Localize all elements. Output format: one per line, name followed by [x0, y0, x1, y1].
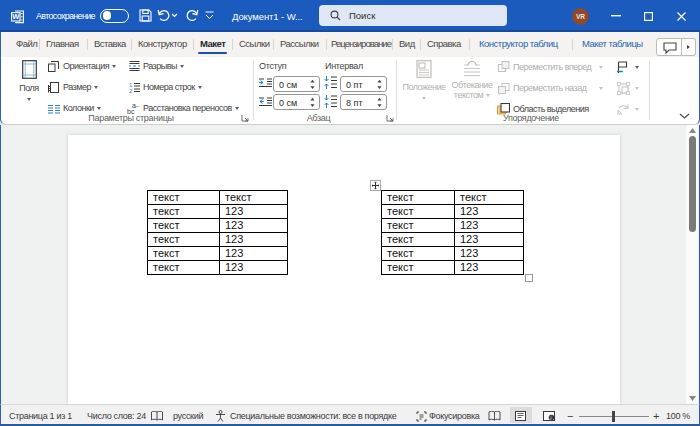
svg-text:2: 2: [129, 88, 133, 93]
svg-text:W: W: [12, 12, 20, 21]
